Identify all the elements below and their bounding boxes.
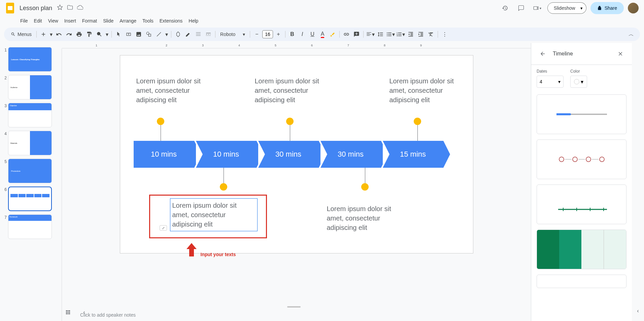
paint-format-button[interactable]: [84, 30, 94, 39]
indent-decrease-button[interactable]: [406, 30, 415, 39]
bullets-button[interactable]: ▾: [386, 30, 395, 39]
grid-view-icon[interactable]: [62, 306, 74, 318]
new-slide-dropdown[interactable]: ▾: [49, 30, 54, 39]
color-select[interactable]: ▾: [570, 76, 587, 88]
select-tool[interactable]: [114, 30, 123, 39]
search-menus[interactable]: Menus: [8, 30, 34, 38]
share-button[interactable]: Share: [590, 2, 624, 14]
slideshow-dropdown[interactable]: ▾: [577, 2, 586, 14]
menu-help[interactable]: Help: [186, 17, 201, 25]
timeline-text-bottom-2[interactable]: Lorem ipsum dolor sit amet, consectetur …: [327, 204, 404, 232]
slide-canvas[interactable]: Lorem ipsum dolor sit amet, consectetur …: [120, 55, 473, 253]
timeline-segment-5[interactable]: 15 mins: [383, 141, 443, 168]
autofit-icon[interactable]: ⤢: [160, 225, 167, 231]
timeline-segment-3[interactable]: 30 mins: [258, 141, 319, 168]
menu-view[interactable]: View: [45, 17, 61, 25]
comment-button[interactable]: [352, 30, 361, 39]
timeline-text-top-1[interactable]: Lorem ipsum dolor sit amet, consectetur …: [136, 76, 214, 105]
notes-drag-handle[interactable]: [287, 306, 301, 308]
shape-tool[interactable]: [144, 30, 154, 39]
thumb-3[interactable]: Objective: [8, 103, 52, 127]
align-button[interactable]: ▾: [366, 30, 375, 39]
comments-icon[interactable]: [515, 2, 527, 14]
fill-color-button[interactable]: [173, 30, 183, 39]
zoom-dropdown[interactable]: ▾: [105, 30, 109, 39]
menu-tools[interactable]: Tools: [140, 17, 156, 25]
font-select[interactable]: Roboto ▾: [217, 30, 248, 38]
highlight-button[interactable]: [328, 30, 337, 39]
timeline-template-4[interactable]: [537, 230, 626, 269]
timeline-template-3[interactable]: [537, 185, 626, 224]
cloud-icon[interactable]: [77, 4, 83, 12]
speaker-notes[interactable]: Click to add speaker notes: [75, 309, 517, 321]
link-button[interactable]: [342, 30, 351, 39]
move-icon[interactable]: [67, 4, 73, 12]
border-weight-button[interactable]: [194, 30, 203, 39]
bold-button[interactable]: B: [287, 30, 297, 39]
thumb-6[interactable]: [8, 187, 52, 211]
thumb-7[interactable]: Homework: [8, 214, 52, 239]
avatar[interactable]: [628, 3, 639, 13]
timeline-segment-2[interactable]: 10 mins: [196, 141, 257, 168]
timeline-segment-4[interactable]: 30 mins: [320, 141, 381, 168]
dates-select[interactable]: 4▾: [537, 76, 564, 88]
collapse-toolbar-icon[interactable]: ︿: [626, 30, 636, 39]
clear-format-button[interactable]: [426, 30, 436, 39]
share-label: Share: [605, 5, 617, 11]
italic-button[interactable]: I: [298, 30, 307, 39]
text-color-button[interactable]: A: [318, 30, 327, 39]
collapse-panel-icon[interactable]: ‹: [78, 306, 90, 318]
numbered-button[interactable]: ▾: [396, 30, 405, 39]
sidepanel-title: Timeline: [553, 51, 610, 57]
indent-increase-button[interactable]: [416, 30, 426, 39]
line-spacing-button[interactable]: [376, 30, 385, 39]
timeline-template-1[interactable]: [537, 94, 626, 134]
thumb-2[interactable]: Audience: [8, 75, 52, 99]
font-size-increase[interactable]: +: [274, 30, 283, 39]
redo-button[interactable]: [64, 30, 74, 39]
menu-arrange[interactable]: Arrange: [117, 17, 139, 25]
timeline-connector: [224, 168, 224, 184]
star-icon[interactable]: [57, 4, 63, 12]
more-button[interactable]: ⋮: [440, 30, 449, 39]
timeline-dot: [286, 118, 294, 125]
slides-panel[interactable]: 1Lesson: Classifying Triangles 2Audience…: [0, 43, 57, 321]
menu-insert[interactable]: Insert: [62, 17, 79, 25]
menu-file[interactable]: File: [18, 17, 31, 25]
thumb-4[interactable]: Materials: [8, 131, 52, 155]
undo-button[interactable]: [54, 30, 64, 39]
timeline-text-top-2[interactable]: Lorem ipsum dolor sit amet, consectetur …: [255, 76, 332, 105]
history-icon[interactable]: [499, 2, 511, 14]
zoom-button[interactable]: [95, 30, 104, 39]
slides-logo[interactable]: [5, 2, 15, 14]
timeline-template-2[interactable]: [537, 139, 626, 179]
menu-extensions[interactable]: Extensions: [157, 17, 185, 25]
meet-icon[interactable]: ▾: [531, 2, 543, 14]
svg-point-8: [573, 157, 577, 162]
svg-point-5: [569, 113, 571, 115]
underline-button[interactable]: U: [308, 30, 317, 39]
thumb-5[interactable]: Procedure: [8, 159, 52, 183]
new-slide-button[interactable]: [39, 30, 48, 39]
timeline-template-5[interactable]: [537, 275, 626, 288]
slideshow-button[interactable]: Slideshow: [547, 2, 582, 14]
timeline-text-top-3[interactable]: Lorem ipsum dolor sit amet, consectetur …: [389, 76, 467, 105]
font-size-input[interactable]: [262, 30, 273, 38]
side-rail-collapse-icon[interactable]: ‹: [632, 305, 644, 317]
font-size-decrease[interactable]: −: [252, 30, 262, 39]
line-dropdown[interactable]: ▾: [164, 30, 169, 39]
textbox-tool[interactable]: [124, 30, 133, 39]
border-dash-button[interactable]: [204, 30, 213, 39]
menu-edit[interactable]: Edit: [31, 17, 45, 25]
menu-slide[interactable]: Slide: [100, 17, 116, 25]
document-title[interactable]: Lesson plan: [18, 4, 54, 12]
menu-format[interactable]: Format: [79, 17, 100, 25]
thumb-1[interactable]: Lesson: Classifying Triangles: [8, 47, 52, 72]
border-color-button[interactable]: [183, 30, 193, 39]
back-icon[interactable]: [537, 48, 549, 60]
line-tool[interactable]: [154, 30, 164, 39]
print-button[interactable]: [74, 30, 84, 39]
close-icon[interactable]: [614, 48, 626, 60]
timeline-segment-1[interactable]: 10 mins: [134, 141, 194, 168]
image-tool[interactable]: [134, 30, 143, 39]
